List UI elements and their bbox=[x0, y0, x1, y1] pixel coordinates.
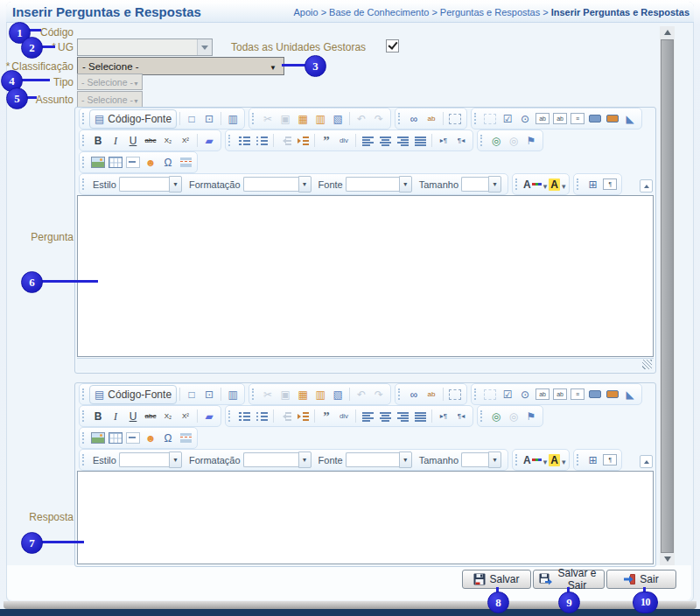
increase-indent-button[interactable] bbox=[294, 133, 312, 149]
redo-button[interactable]: ↷ bbox=[370, 111, 388, 127]
find-button[interactable]: ∞ bbox=[405, 387, 423, 402]
form-field-button[interactable] bbox=[481, 111, 499, 127]
font-combo[interactable]: Fonte bbox=[318, 452, 413, 468]
size-combo-arrow-button[interactable] bbox=[488, 452, 501, 468]
preview-button[interactable]: ⊡ bbox=[200, 387, 218, 402]
text-field-button[interactable]: ab bbox=[534, 111, 551, 127]
group-drag-handle[interactable] bbox=[474, 113, 479, 124]
format-combo-arrow-button[interactable] bbox=[298, 176, 312, 192]
group-drag-handle[interactable] bbox=[82, 113, 87, 124]
toolbar-collapse-button[interactable] bbox=[640, 179, 653, 192]
group-drag-handle[interactable] bbox=[82, 157, 87, 168]
insert-image-button[interactable] bbox=[89, 430, 107, 446]
italic-button[interactable]: I bbox=[107, 409, 124, 424]
size-combo-value[interactable] bbox=[461, 452, 488, 467]
salvar-button[interactable]: Salvar bbox=[462, 570, 531, 589]
source-button[interactable]: ▤Código-Fonte bbox=[89, 109, 177, 129]
justify-button[interactable] bbox=[411, 133, 429, 149]
numbered-list-button[interactable] bbox=[235, 409, 253, 424]
anchor-button[interactable]: ⚑ bbox=[522, 133, 540, 149]
paste-word-button[interactable]: ▧ bbox=[329, 111, 346, 127]
style-combo-value[interactable] bbox=[119, 452, 169, 467]
button-field-button[interactable] bbox=[586, 387, 604, 402]
align-right-button[interactable] bbox=[394, 409, 411, 424]
paste-text-button[interactable]: ▥ bbox=[312, 111, 329, 127]
todas-ug-checkbox[interactable] bbox=[386, 39, 399, 52]
justify-button[interactable] bbox=[411, 409, 429, 424]
text-color-button[interactable]: A bbox=[522, 452, 548, 468]
background-color-button[interactable]: A bbox=[548, 177, 566, 192]
text-direction-ltr-button[interactable]: ▸¶ bbox=[435, 409, 452, 424]
horizontal-rule-button[interactable] bbox=[124, 155, 142, 171]
bulleted-list-button[interactable] bbox=[253, 133, 270, 149]
redo-button[interactable]: ↷ bbox=[370, 387, 388, 402]
show-blocks-button[interactable]: ¶ bbox=[601, 177, 619, 192]
unlink-button[interactable]: ◎ bbox=[505, 409, 522, 424]
textarea-field-button[interactable]: ab bbox=[551, 111, 569, 127]
div-container-button[interactable]: div bbox=[335, 133, 353, 149]
cut-button[interactable]: ✂ bbox=[259, 111, 276, 127]
subscript-button[interactable]: X₂ bbox=[159, 133, 177, 149]
maximize-button[interactable]: ⊞ bbox=[584, 177, 601, 192]
breadcrumb-link-perguntas-e-respostas[interactable]: Perguntas e Respostas bbox=[440, 7, 540, 18]
style-combo[interactable]: Estilo bbox=[92, 177, 183, 192]
form-field-button[interactable] bbox=[481, 387, 499, 402]
text-direction-rtl-button[interactable]: ¶◂ bbox=[452, 133, 470, 149]
group-drag-handle[interactable] bbox=[515, 178, 520, 190]
undo-button[interactable]: ↶ bbox=[353, 387, 370, 402]
text-field-button[interactable]: ab bbox=[534, 387, 551, 402]
cut-button[interactable]: ✂ bbox=[259, 387, 276, 402]
align-center-button[interactable] bbox=[376, 133, 394, 149]
paste-button[interactable]: ▦ bbox=[294, 111, 312, 127]
font-combo-value[interactable] bbox=[346, 452, 399, 467]
radio-field-button[interactable]: ⊙ bbox=[516, 387, 534, 402]
group-drag-handle[interactable] bbox=[82, 178, 87, 190]
select-field-button[interactable]: ≡ bbox=[569, 387, 586, 402]
size-combo-arrow-button[interactable] bbox=[488, 176, 501, 192]
strikethrough-button[interactable]: abc bbox=[142, 409, 159, 424]
insert-table-button[interactable] bbox=[107, 430, 124, 446]
remove-format-button[interactable]: ▰ bbox=[200, 409, 218, 424]
salvar-e-sair-button[interactable]: Salvar e Sair bbox=[533, 570, 605, 589]
bulleted-list-button[interactable] bbox=[253, 409, 270, 424]
anchor-button[interactable]: ⚑ bbox=[522, 409, 540, 424]
format-combo-value[interactable] bbox=[243, 177, 298, 192]
hidden-field-button[interactable]: ◣ bbox=[621, 387, 639, 402]
group-drag-handle[interactable] bbox=[82, 454, 87, 466]
size-combo[interactable]: Tamanho bbox=[418, 452, 502, 468]
underline-button[interactable]: U bbox=[124, 409, 142, 424]
scroll-down-button[interactable] bbox=[660, 553, 675, 565]
style-combo-arrow-button[interactable] bbox=[169, 452, 182, 468]
group-drag-handle[interactable] bbox=[398, 388, 402, 400]
format-combo[interactable]: Formatação bbox=[188, 177, 312, 192]
link-button[interactable]: ◎ bbox=[487, 409, 505, 424]
group-drag-handle[interactable] bbox=[82, 388, 87, 400]
ug-select[interactable] bbox=[77, 38, 213, 56]
image-button-field-button[interactable] bbox=[604, 387, 621, 402]
blockquote-button[interactable]: ” bbox=[318, 409, 335, 424]
decrease-indent-button[interactable] bbox=[276, 409, 294, 424]
insert-table-button[interactable] bbox=[107, 155, 124, 171]
smiley-button[interactable]: ☻ bbox=[142, 155, 159, 171]
templates-button[interactable]: ▥ bbox=[224, 387, 242, 402]
font-combo[interactable]: Fonte bbox=[318, 177, 413, 192]
group-drag-handle[interactable] bbox=[82, 135, 87, 146]
superscript-button[interactable]: X² bbox=[177, 409, 194, 424]
new-page-button[interactable]: □ bbox=[183, 111, 200, 127]
remove-format-button[interactable]: ▰ bbox=[200, 133, 218, 149]
paste-word-button[interactable]: ▧ bbox=[329, 387, 346, 402]
button-field-button[interactable] bbox=[586, 111, 604, 127]
pergunta-rich-text-area[interactable] bbox=[77, 195, 654, 357]
group-drag-handle[interactable] bbox=[480, 410, 485, 422]
ug-select-arrow-button[interactable] bbox=[197, 39, 212, 55]
paste-text-button[interactable]: ▥ bbox=[312, 387, 329, 402]
classificacao-select[interactable]: - Selecione - bbox=[77, 57, 284, 75]
numbered-list-button[interactable] bbox=[235, 133, 253, 149]
group-drag-handle[interactable] bbox=[577, 454, 581, 466]
paste-button[interactable]: ▦ bbox=[294, 387, 312, 402]
div-container-button[interactable]: div bbox=[335, 409, 353, 424]
group-drag-handle[interactable] bbox=[474, 388, 479, 400]
style-combo-arrow-button[interactable] bbox=[169, 176, 182, 192]
font-combo-arrow-button[interactable] bbox=[399, 176, 412, 192]
group-drag-handle[interactable] bbox=[577, 178, 581, 190]
